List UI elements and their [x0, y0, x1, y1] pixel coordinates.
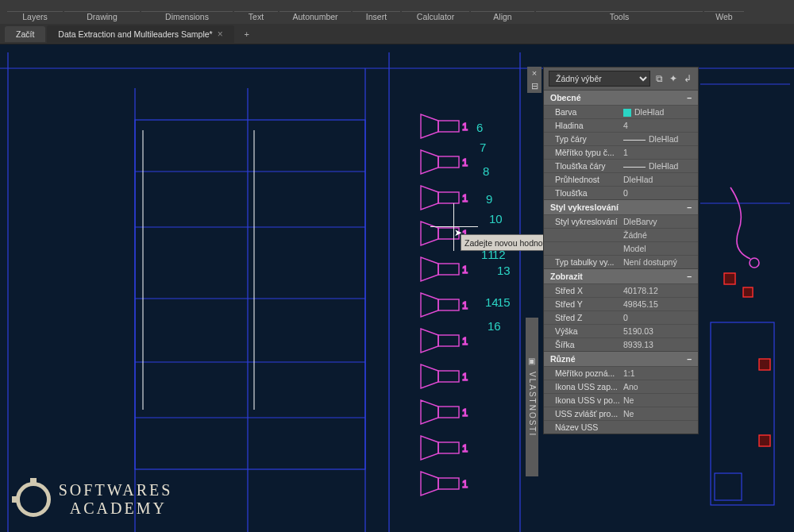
- logo-line2: ACADEMY: [70, 499, 173, 518]
- svg-rect-13: [711, 322, 774, 505]
- svg-text:7: 7: [480, 141, 486, 154]
- prop-row-pruhlednost[interactable]: Průhlednost DleHlad: [544, 172, 698, 186]
- ribbon-group-dimensions[interactable]: Dimensions: [141, 11, 233, 24]
- svg-rect-25: [438, 228, 459, 239]
- selection-dropdown[interactable]: Žádný výběr: [549, 71, 650, 87]
- prop-row-meritko[interactable]: Měřítko typu č... 1: [544, 145, 698, 159]
- tab-label: Začít: [16, 29, 34, 39]
- prop-row-nazev-uss[interactable]: Název USS: [544, 420, 698, 434]
- svg-text:1: 1: [462, 371, 468, 383]
- tab-data-extraction[interactable]: Data Extraction and Multileaders Sample*…: [47, 25, 233, 43]
- prop-row-stredy[interactable]: Střed Y 49845.15: [544, 297, 698, 310]
- svg-rect-19: [438, 121, 459, 132]
- svg-rect-21: [438, 156, 459, 168]
- prop-row-barva[interactable]: Barva DleHlad: [544, 105, 698, 118]
- prop-row-ikona-po[interactable]: Ikona USS v po... Ne: [544, 393, 698, 407]
- document-tabbar: Začít Data Extraction and Multileaders S…: [0, 24, 794, 44]
- gear-icon: [16, 482, 51, 517]
- ribbon-group-tools[interactable]: Tools: [536, 11, 703, 24]
- svg-rect-29: [438, 299, 459, 310]
- svg-point-52: [750, 258, 759, 268]
- prop-row-styl2[interactable]: Žádné: [544, 228, 698, 241]
- ribbon-group-web[interactable]: Web: [704, 11, 744, 24]
- prop-row-sirka[interactable]: Šířka 8939.13: [544, 337, 698, 351]
- section-styl[interactable]: Styl vykreslování–: [544, 199, 698, 214]
- svg-rect-54: [743, 287, 753, 297]
- tab-close-icon[interactable]: ×: [218, 29, 223, 40]
- svg-text:1: 1: [462, 156, 468, 168]
- svg-text:1: 1: [462, 335, 468, 347]
- palette-close-icon[interactable]: ×: [532, 68, 537, 78]
- prop-row-ikona-zap[interactable]: Ikona USS zap... Ano: [544, 380, 698, 393]
- svg-rect-55: [759, 359, 770, 370]
- prop-row-stredz[interactable]: Střed Z 0: [544, 310, 698, 324]
- prop-row-hladina[interactable]: Hladina 4: [544, 118, 698, 132]
- prop-row-typcary[interactable]: Typ čáry DleHlad: [544, 132, 698, 145]
- tab-label: Data Extraction and Multileaders Sample*: [58, 29, 212, 39]
- palette-options-icon[interactable]: ▣: [528, 357, 537, 365]
- section-general[interactable]: Obecné–: [544, 90, 698, 105]
- svg-text:1: 1: [462, 121, 468, 133]
- svg-text:6: 6: [476, 121, 483, 134]
- svg-rect-0: [135, 120, 365, 469]
- properties-header: Žádný výběr ⧉ ✦ ↲: [544, 67, 698, 90]
- prop-row-stredx[interactable]: Střed X 40178.12: [544, 283, 698, 297]
- tab-zacit[interactable]: Začít: [5, 26, 45, 42]
- prop-row-vyska[interactable]: Výška 5190.03: [544, 324, 698, 337]
- ribbon-group-layers[interactable]: Layers: [7, 11, 63, 24]
- svg-text:13: 13: [497, 264, 511, 277]
- palette-vertical-label[interactable]: ▣ VLASTNOSTI: [526, 318, 538, 476]
- svg-rect-27: [438, 264, 459, 275]
- prop-row-uss-zvlast[interactable]: USS zvlášť pro... Ne: [544, 407, 698, 420]
- ribbon-group-calculator[interactable]: Calculator: [402, 11, 469, 24]
- palette-title: VLASTNOSTI: [528, 372, 537, 437]
- svg-text:1: 1: [462, 192, 468, 204]
- prop-row-tloustka[interactable]: Tloušťka 0: [544, 186, 698, 199]
- svg-text:1: 1: [462, 442, 468, 454]
- quick-select-icon[interactable]: ⧉: [653, 73, 665, 84]
- prop-row-typtabulky[interactable]: Typ tabulky vy... Není dostupný: [544, 255, 698, 268]
- ribbon-group-insert[interactable]: Insert: [353, 11, 400, 24]
- svg-rect-56: [759, 435, 770, 446]
- pickadd-icon[interactable]: ✦: [668, 73, 679, 84]
- new-tab-button[interactable]: +: [239, 26, 255, 42]
- svg-text:16: 16: [488, 319, 501, 333]
- svg-text:1: 1: [462, 478, 468, 490]
- svg-rect-33: [438, 371, 459, 382]
- svg-text:1: 1: [462, 264, 468, 276]
- svg-text:8: 8: [483, 164, 489, 178]
- properties-palette: Žádný výběr ⧉ ✦ ↲ Obecné– Barva DleHlad …: [543, 67, 699, 434]
- select-objects-icon[interactable]: ↲: [682, 73, 693, 84]
- palette-pin-icon[interactable]: ⊟: [531, 81, 538, 91]
- svg-rect-37: [438, 442, 459, 453]
- svg-rect-14: [715, 473, 742, 500]
- ribbon-group-autonumber[interactable]: Autonumber: [279, 11, 351, 24]
- palette-titlebar[interactable]: × ⊟: [527, 67, 542, 93]
- svg-text:15: 15: [497, 295, 511, 309]
- svg-text:1: 1: [462, 407, 468, 418]
- ribbon-group-drawing[interactable]: Drawing: [64, 11, 140, 24]
- ribbon-group-text[interactable]: Text: [234, 11, 278, 24]
- prop-row-styl3[interactable]: Model: [544, 241, 698, 255]
- svg-rect-31: [438, 335, 459, 346]
- svg-text:9: 9: [486, 192, 492, 206]
- softwares-academy-logo: SOFTWARES ACADEMY: [16, 481, 172, 518]
- svg-rect-53: [724, 273, 735, 284]
- section-zobrazit[interactable]: Zobrazit–: [544, 268, 698, 283]
- logo-line1: SOFTWARES: [59, 481, 173, 499]
- svg-text:1: 1: [462, 299, 468, 311]
- svg-text:10: 10: [489, 212, 503, 226]
- svg-rect-39: [438, 478, 459, 489]
- svg-rect-35: [438, 407, 459, 418]
- prop-row-meritko-pozn[interactable]: Měřítko pozná... 1:1: [544, 366, 698, 380]
- prop-row-styl[interactable]: Styl vykreslování DleBarvy: [544, 214, 698, 228]
- section-ruzne[interactable]: Různé–: [544, 351, 698, 366]
- svg-rect-23: [438, 192, 459, 203]
- ribbon: Layers Drawing Dimensions Text Autonumbe…: [0, 0, 794, 24]
- ribbon-group-align[interactable]: Align: [471, 11, 534, 24]
- prop-row-tloustka-cary[interactable]: Tloušťka čáry DleHlad: [544, 159, 698, 172]
